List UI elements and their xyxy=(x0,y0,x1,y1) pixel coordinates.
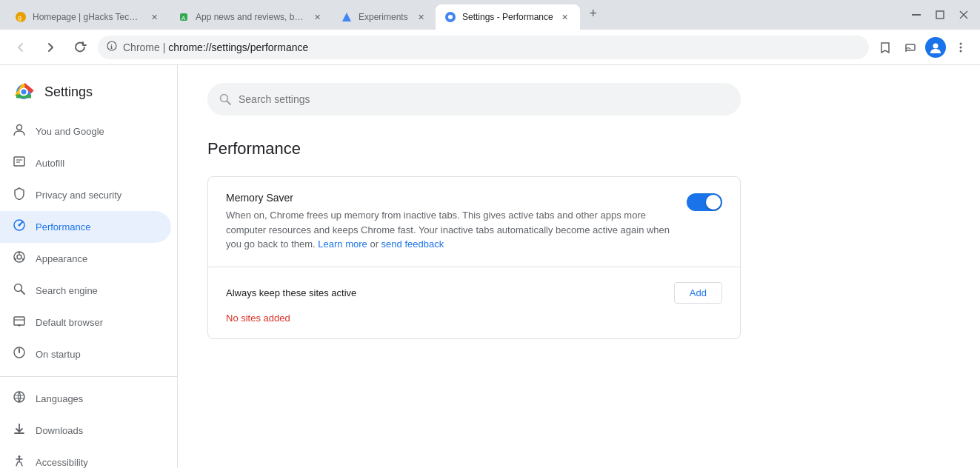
you-google-icon xyxy=(12,123,27,140)
close-button[interactable] xyxy=(953,4,974,25)
sidebar-item-privacy[interactable]: Privacy and security xyxy=(0,179,171,211)
svg-rect-25 xyxy=(14,157,24,166)
or-text: or xyxy=(370,238,381,250)
sidebar-item-label-privacy: Privacy and security xyxy=(36,190,121,201)
bookmark-button[interactable] xyxy=(875,37,896,58)
privacy-icon xyxy=(12,187,27,204)
forward-button[interactable] xyxy=(39,36,62,59)
menu-button[interactable] xyxy=(950,37,971,58)
tab-2-close[interactable]: ✕ xyxy=(311,11,323,23)
toggle-slider xyxy=(687,193,722,211)
settings-title: Settings xyxy=(44,84,93,100)
sidebar-item-label-autofill: Autofill xyxy=(36,158,64,169)
accessibility-icon xyxy=(12,454,27,468)
sidebar-item-languages[interactable]: Languages xyxy=(0,383,171,415)
performance-icon xyxy=(12,218,27,235)
tab-1-favicon: g xyxy=(15,11,27,23)
learn-more-link[interactable]: Learn more xyxy=(318,238,367,250)
add-site-button[interactable]: Add xyxy=(674,282,722,304)
sidebar-item-default-browser[interactable]: Default browser xyxy=(0,307,171,338)
restore-button[interactable] xyxy=(930,4,950,25)
tab-3-close[interactable]: ✕ xyxy=(415,11,427,23)
reload-button[interactable] xyxy=(68,36,92,59)
minimize-button[interactable] xyxy=(906,4,927,25)
page-title: Performance xyxy=(207,139,950,158)
svg-point-16 xyxy=(960,42,962,44)
sites-row: Always keep these sites active Add xyxy=(226,282,722,304)
search-icon xyxy=(219,93,231,105)
search-bar-wrapper xyxy=(207,83,950,116)
memory-saver-toggle[interactable] xyxy=(687,193,722,211)
search-engine-icon xyxy=(12,282,27,299)
always-active-label: Always keep these sites active xyxy=(226,287,356,298)
address-bar: ℹ Chrome | chrome://settings/performance xyxy=(0,30,980,65)
sidebar-item-accessibility[interactable]: Accessibility xyxy=(0,447,171,468)
svg-rect-37 xyxy=(14,317,24,325)
tab-1[interactable]: g Homepage | gHacks Technology ✕ xyxy=(6,4,169,30)
sidebar-item-label-you-google: You and Google xyxy=(36,126,104,137)
sidebar-item-performance[interactable]: Performance xyxy=(0,211,171,243)
memory-saver-row: Memory Saver When on, Chrome frees up me… xyxy=(226,192,722,252)
window-controls xyxy=(906,4,974,30)
languages-icon xyxy=(12,390,27,407)
profile-button[interactable] xyxy=(925,37,946,58)
tab-2[interactable]: A App news and reviews, best soft... ✕ xyxy=(169,4,332,30)
sidebar-item-downloads[interactable]: Downloads xyxy=(0,415,171,447)
address-protocol: Chrome xyxy=(123,41,160,53)
svg-marker-4 xyxy=(342,13,351,21)
settings-header: Settings xyxy=(0,71,177,116)
search-input[interactable] xyxy=(239,93,729,105)
memory-saver-desc-before: When on, Chrome frees up memory from ina… xyxy=(226,210,670,250)
memory-saver-content: Memory Saver When on, Chrome frees up me… xyxy=(226,192,675,252)
svg-point-6 xyxy=(448,15,453,19)
browser-window: g Homepage | gHacks Technology ✕ A App n… xyxy=(0,0,980,468)
search-bar[interactable] xyxy=(207,83,741,116)
cast-button[interactable] xyxy=(900,37,921,58)
sidebar-item-label-appearance: Appearance xyxy=(36,253,87,264)
tab-3-label: Experiments xyxy=(359,12,409,22)
tab-3[interactable]: Experiments ✕ xyxy=(332,4,436,30)
sidebar-item-label-languages: Languages xyxy=(36,393,83,404)
svg-point-34 xyxy=(15,258,16,260)
sidebar-item-label-search-engine: Search engine xyxy=(36,285,98,296)
svg-rect-13 xyxy=(906,44,915,50)
svg-text:g: g xyxy=(18,14,21,21)
tab-2-favicon: A xyxy=(178,11,190,23)
tab-1-label: Homepage | gHacks Technology xyxy=(33,12,142,22)
svg-point-23 xyxy=(21,90,27,95)
back-button[interactable] xyxy=(9,36,33,59)
address-input[interactable]: ℹ Chrome | chrome://settings/performance xyxy=(98,36,869,59)
sidebar-item-label-downloads: Downloads xyxy=(36,425,83,436)
no-sites-text: No sites added xyxy=(226,312,722,324)
content-area: Performance Memory Saver When on, Chrome… xyxy=(178,65,980,468)
tab-4[interactable]: Settings - Performance ✕ xyxy=(436,4,580,30)
svg-point-33 xyxy=(22,258,24,260)
svg-rect-7 xyxy=(912,14,921,16)
send-feedback-link[interactable]: send feedback xyxy=(381,238,444,250)
main-area: Settings You and Google Autofill Priv xyxy=(0,65,980,468)
svg-point-32 xyxy=(19,252,20,253)
appearance-icon xyxy=(12,250,27,267)
svg-line-48 xyxy=(227,101,231,105)
sidebar-item-you-google[interactable]: You and Google xyxy=(0,116,171,147)
new-tab-button[interactable]: + xyxy=(583,3,604,24)
sidebar-item-label-default-browser: Default browser xyxy=(36,317,103,328)
memory-saver-title: Memory Saver xyxy=(226,192,675,204)
tab-1-close[interactable]: ✕ xyxy=(148,11,160,23)
settings-card: Memory Saver When on, Chrome frees up me… xyxy=(207,176,741,339)
svg-point-14 xyxy=(905,50,907,52)
sidebar: Settings You and Google Autofill Priv xyxy=(0,65,178,468)
address-right-controls xyxy=(875,37,971,58)
tab-4-close[interactable]: ✕ xyxy=(559,11,571,23)
tab-3-favicon xyxy=(341,11,353,23)
sidebar-item-autofill[interactable]: Autofill xyxy=(0,147,171,179)
sidebar-item-search-engine[interactable]: Search engine xyxy=(0,275,171,307)
svg-point-18 xyxy=(960,50,962,52)
sidebar-item-label-performance: Performance xyxy=(36,221,90,233)
memory-saver-description: When on, Chrome frees up memory from ina… xyxy=(226,208,675,252)
sidebar-item-on-startup[interactable]: On startup xyxy=(0,338,171,370)
sidebar-item-appearance[interactable]: Appearance xyxy=(0,243,171,275)
svg-point-43 xyxy=(14,392,24,402)
tab-bar: g Homepage | gHacks Technology ✕ A App n… xyxy=(0,0,980,30)
tab-4-favicon xyxy=(444,11,456,23)
